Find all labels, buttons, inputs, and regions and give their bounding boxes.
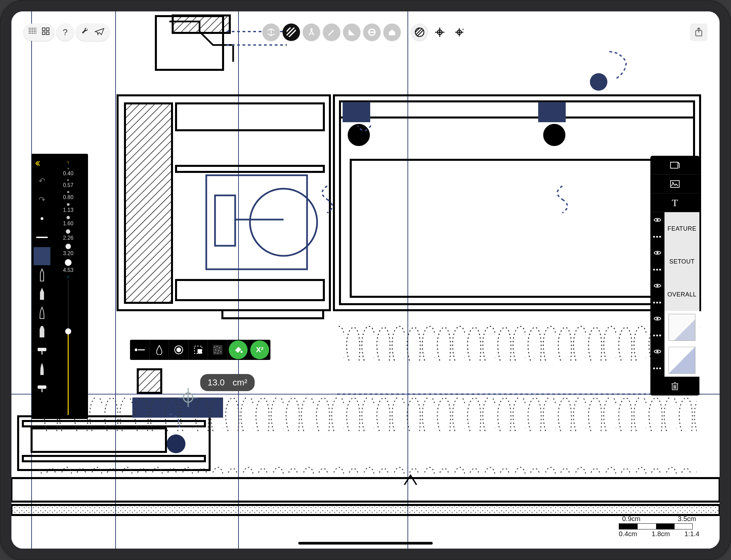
layer-label: SETOUT [664, 245, 699, 278]
cursor-crosshair-icon [179, 388, 198, 407]
formula-button[interactable]: X² [250, 340, 269, 359]
svg-point-115 [672, 182, 674, 183]
home-button[interactable] [383, 24, 401, 41]
offset-button[interactable] [363, 24, 381, 41]
paper-plane-icon[interactable] [95, 27, 105, 38]
delete-layer-button[interactable] [650, 377, 699, 395]
svg-point-22 [544, 125, 564, 145]
more-icon[interactable]: ••• [653, 266, 662, 274]
svg-rect-25 [11, 505, 720, 515]
layer-thumbnail [664, 311, 699, 344]
layer-thumb-1[interactable]: ••• [650, 311, 699, 344]
ipad-frame: ? [0, 0, 731, 560]
style-dashedbox-button[interactable] [188, 340, 208, 360]
image-layer-button[interactable] [650, 175, 699, 193]
roller-1-button[interactable] [34, 341, 50, 359]
style-dotline-button[interactable] [130, 340, 149, 360]
svg-point-46 [32, 28, 33, 29]
compass-button[interactable] [303, 24, 320, 41]
eye-icon[interactable] [653, 249, 661, 257]
layer-feature[interactable]: ••• FEATURE [650, 212, 699, 245]
svg-point-93 [135, 348, 137, 351]
layer-thumb-2[interactable]: ••• [650, 344, 699, 377]
eye-icon[interactable] [653, 282, 661, 290]
svg-rect-39 [38, 398, 697, 475]
svg-point-105 [218, 350, 219, 351]
hatch-diag-button[interactable] [411, 24, 428, 41]
svg-point-47 [34, 28, 35, 29]
scale-legend: 0.9cm3.5cm 0.4cm 1.8cm 1:1.4 [619, 515, 699, 538]
canvas[interactable] [11, 11, 720, 549]
roller-2-button[interactable] [34, 379, 50, 397]
target-button[interactable] [431, 24, 448, 41]
stroke-dot-button[interactable] [34, 209, 50, 228]
new-layer-button[interactable] [650, 156, 699, 175]
more-icon[interactable]: ••• [653, 233, 662, 241]
grid-sparse-icon[interactable] [42, 27, 50, 38]
svg-rect-89 [38, 348, 46, 351]
svg-point-81 [439, 32, 441, 33]
eye-icon[interactable] [653, 348, 661, 356]
svg-point-109 [241, 351, 243, 353]
layers-panel: T ••• FEATURE ••• SETOUT [650, 156, 699, 395]
eye-icon[interactable] [653, 315, 661, 323]
eye-icon[interactable] [653, 217, 661, 224]
redo-button[interactable]: ↷ [34, 191, 50, 209]
svg-rect-14 [173, 15, 230, 33]
svg-point-119 [656, 318, 658, 320]
size-slider[interactable] [52, 280, 85, 415]
svg-point-45 [31, 28, 32, 29]
brush-panel: ‹‹ ↶ ↷ ┐ [32, 154, 88, 419]
svg-point-108 [217, 353, 218, 354]
svg-point-62 [34, 33, 35, 34]
svg-rect-32 [138, 369, 161, 393]
style-rings-button[interactable] [169, 340, 188, 360]
pen-fine-button[interactable] [34, 266, 50, 284]
hatch-button[interactable] [283, 24, 300, 41]
svg-rect-24 [11, 478, 720, 502]
style-noise-button[interactable] [208, 340, 227, 360]
target-plus-button[interactable]: + [451, 24, 469, 41]
svg-point-60 [31, 33, 32, 34]
pencil-button[interactable] [323, 24, 340, 41]
share-button[interactable] [690, 24, 707, 41]
more-icon[interactable]: ••• [653, 299, 662, 307]
svg-point-58 [36, 31, 36, 32]
help-button[interactable]: ? [56, 24, 74, 41]
undo-button[interactable]: ↶ [34, 172, 50, 190]
move-3d-button[interactable] [262, 24, 280, 41]
svg-point-63 [36, 33, 36, 34]
svg-text:+: + [462, 28, 464, 31]
style-droplet-button[interactable] [149, 340, 169, 360]
triangle-button[interactable] [343, 24, 360, 41]
wrench-icon[interactable] [81, 27, 89, 38]
layer-setout[interactable]: ••• SETOUT [650, 245, 699, 278]
pen-med-button[interactable] [34, 285, 50, 303]
svg-point-59 [29, 33, 30, 34]
color-navy-button[interactable] [34, 247, 50, 265]
stroke-line-button[interactable] [34, 228, 50, 246]
svg-point-120 [656, 351, 658, 353]
layer-overall[interactable]: ••• OVERALL [650, 278, 699, 311]
svg-point-53 [36, 29, 36, 30]
grid-dense-icon[interactable] [28, 27, 36, 38]
svg-rect-91 [38, 385, 46, 389]
size-marker[interactable]: 0.40 0.57 0.80 1.13 1.60 2.26 3.20 [63, 168, 73, 275]
svg-point-85 [459, 32, 460, 33]
fill-bucket-button[interactable] [229, 340, 248, 359]
panel-collapse-button[interactable]: ‹‹ [35, 156, 39, 169]
svg-rect-17 [340, 101, 694, 304]
svg-point-44 [29, 28, 30, 29]
svg-rect-38 [337, 304, 700, 391]
help-icon: ? [63, 27, 68, 38]
more-icon[interactable]: ••• [653, 365, 662, 372]
fill-options-popup: X² [130, 340, 270, 360]
tools-group [76, 24, 110, 41]
more-icon[interactable]: ••• [653, 332, 662, 339]
pen-marker-button[interactable] [34, 322, 50, 340]
svg-line-75 [416, 29, 422, 35]
pen-brush-button[interactable] [34, 304, 50, 322]
pen-ink-button[interactable] [34, 360, 50, 378]
text-layer-button[interactable]: T [650, 193, 699, 212]
measure-value: 13.0 [208, 377, 225, 388]
